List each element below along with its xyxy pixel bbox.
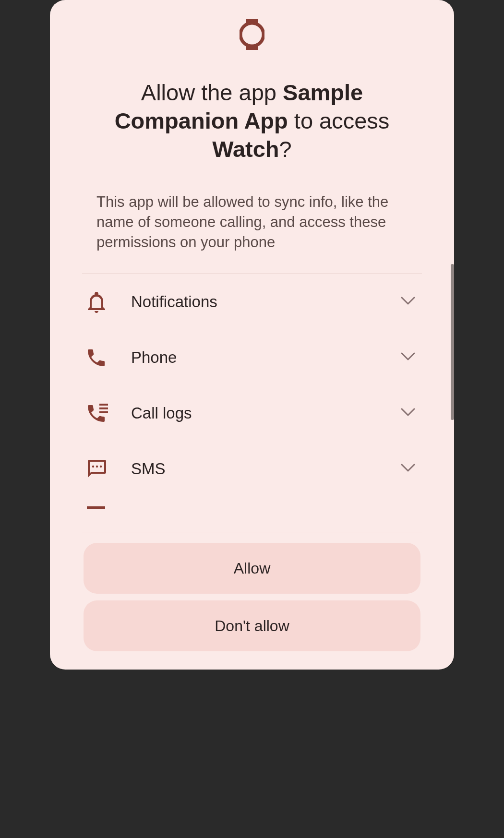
permission-label: SMS — [131, 460, 401, 478]
permission-item-sms[interactable]: SMS — [82, 441, 422, 497]
permission-label: Notifications — [131, 293, 401, 311]
phone-icon — [87, 348, 108, 367]
svg-point-8 — [100, 466, 102, 467]
deny-button[interactable]: Don't allow — [84, 600, 420, 651]
dialog-buttons: Allow Don't allow — [50, 532, 454, 670]
svg-rect-5 — [99, 411, 108, 413]
dialog-title: Allow the app Sample Companion App to ac… — [60, 79, 444, 163]
svg-point-1 — [240, 23, 264, 46]
title-text-3: ? — [279, 136, 292, 162]
sms-icon — [87, 459, 108, 479]
svg-rect-2 — [246, 46, 258, 50]
permission-dialog: Allow the app Sample Companion App to ac… — [50, 0, 454, 670]
dialog-description: This app will be allowed to sync info, l… — [50, 163, 454, 252]
permission-label: Phone — [131, 348, 401, 367]
permission-item-notifications[interactable]: Notifications — [82, 274, 422, 330]
chevron-down-icon — [401, 408, 415, 419]
svg-point-7 — [96, 466, 98, 467]
permission-list: Notifications Phone — [82, 274, 422, 510]
svg-rect-9 — [87, 506, 105, 509]
title-device-name: Watch — [212, 136, 279, 162]
call-logs-icon — [87, 404, 108, 423]
permission-list-container: Notifications Phone — [82, 274, 422, 532]
allow-button[interactable]: Allow — [84, 543, 420, 594]
permission-item-phone[interactable]: Phone — [82, 330, 422, 385]
chevron-down-icon — [401, 297, 415, 307]
svg-rect-4 — [99, 407, 108, 409]
permission-item-call-logs[interactable]: Call logs — [82, 385, 422, 441]
watch-icon — [240, 19, 264, 52]
title-text-1: Allow the app — [141, 80, 283, 105]
partial-icon — [87, 506, 108, 510]
dialog-header: Allow the app Sample Companion App to ac… — [50, 0, 454, 163]
svg-rect-3 — [99, 404, 108, 406]
chevron-down-icon — [401, 464, 415, 474]
scrollbar[interactable] — [451, 264, 454, 420]
chevron-down-icon — [401, 352, 415, 363]
title-text-2: to access — [288, 108, 390, 133]
svg-point-6 — [92, 466, 94, 467]
notifications-icon — [87, 291, 108, 313]
permission-item-partial[interactable] — [82, 497, 422, 510]
permission-label: Call logs — [131, 404, 401, 422]
